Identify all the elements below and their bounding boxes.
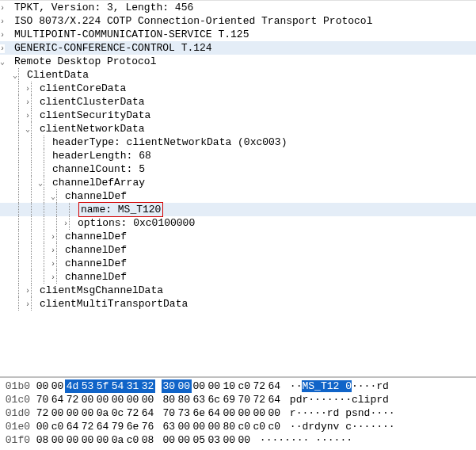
hex-byte[interactable]: 6c	[207, 393, 222, 406]
toggle-collapsed-icon[interactable]: ›	[25, 112, 30, 120]
hex-byte[interactable]: c0	[125, 433, 140, 447]
hex-ascii[interactable]: ········ ······	[252, 433, 352, 447]
hex-row[interactable]: 01c07064720000000000 8080636c69707264pdr…	[0, 393, 476, 406]
hex-row[interactable]: 01f008000000000ac008 000005030000·······…	[0, 433, 476, 447]
tree-row[interactable]: › channelDef	[0, 270, 476, 284]
hex-byte[interactable]: 00	[50, 433, 65, 447]
tree-row[interactable]: headerType: clientNetworkData (0xc003)	[0, 135, 476, 149]
toggle-collapsed-icon[interactable]: ›	[25, 300, 30, 309]
hex-byte[interactable]: 72	[252, 379, 267, 393]
hex-byte[interactable]: 00	[237, 406, 252, 420]
hex-byte[interactable]: 6e	[192, 406, 207, 420]
hex-byte[interactable]: 30	[162, 379, 177, 393]
hex-byte[interactable]: 53	[80, 379, 95, 393]
hex-byte[interactable]: 72	[65, 393, 80, 406]
hex-ascii[interactable]: ··drdynv c·······	[282, 420, 395, 433]
hex-byte[interactable]: 64	[267, 393, 282, 406]
hex-byte[interactable]: 00	[192, 379, 207, 393]
hex-byte[interactable]: 00	[110, 393, 125, 406]
hex-byte[interactable]: 0a	[95, 406, 110, 420]
hex-byte[interactable]: 00	[95, 433, 110, 447]
hex-byte[interactable]: 32	[140, 379, 155, 393]
hex-byte[interactable]: 00	[80, 433, 95, 447]
hex-byte[interactable]: 00	[35, 379, 50, 393]
hex-byte[interactable]: 72	[252, 393, 267, 406]
tree-row[interactable]: ⌄ Remote Desktop Protocol	[0, 55, 476, 68]
tree-row[interactable]: ⌄ ClientData	[0, 68, 476, 82]
hex-byte[interactable]: c0	[252, 420, 267, 433]
hex-byte[interactable]: 70	[237, 393, 252, 406]
hex-row[interactable]: 01d0720000000a0c7264 70736e6400000000r··…	[0, 406, 476, 420]
hex-byte[interactable]: 00	[207, 420, 222, 433]
tree-row[interactable]: › clientMsgChannelData	[0, 284, 476, 297]
hex-byte[interactable]: 00	[65, 406, 80, 420]
toggle-collapsed-icon[interactable]: ›	[0, 17, 5, 26]
hex-byte[interactable]: 63	[192, 393, 207, 406]
hex-byte[interactable]: 0a	[110, 433, 125, 447]
toggle-collapsed-icon[interactable]: ›	[51, 260, 55, 269]
toggle-expanded-icon[interactable]: ⌄	[51, 193, 55, 201]
tree-row[interactable]: › ISO 8073/X.224 COTP Connection-Oriente…	[0, 14, 476, 28]
hex-byte[interactable]: 64	[95, 420, 110, 433]
hex-byte[interactable]: 10	[222, 379, 237, 393]
hex-byte[interactable]: 00	[192, 420, 207, 433]
hex-byte[interactable]: 72	[80, 420, 95, 433]
hex-byte[interactable]: 64	[207, 406, 222, 420]
hex-byte[interactable]: c0	[237, 420, 252, 433]
hex-byte[interactable]: 00	[50, 406, 65, 420]
hex-byte[interactable]: 54	[110, 379, 125, 393]
toggle-expanded-icon[interactable]: ⌄	[38, 179, 43, 188]
hex-byte[interactable]: 0c	[110, 406, 125, 420]
tree-row[interactable]: headerLength: 68	[0, 149, 476, 162]
hex-ascii[interactable]: ··MS_T12 0····rd	[282, 379, 389, 393]
hex-byte[interactable]: 08	[35, 433, 50, 447]
hex-byte[interactable]: 00	[222, 433, 237, 447]
hex-ascii[interactable]: r·····rd psnd····	[282, 406, 395, 420]
tree-row[interactable]: › options: 0xc0100000	[0, 216, 476, 230]
tree-row[interactable]: ⌄ channelDef	[0, 189, 476, 203]
hex-byte[interactable]: 70	[35, 393, 50, 406]
hex-byte[interactable]: 00	[50, 379, 65, 393]
packet-tree[interactable]: › TPKT, Version: 3, Length: 456 › ISO 80…	[0, 0, 476, 377]
hex-byte[interactable]: c0	[267, 420, 282, 433]
hex-panel[interactable]: 01b000004d535f543132 3000000010c07264··M…	[0, 377, 476, 450]
tree-row-selected[interactable]: name: MS_T120	[0, 203, 476, 216]
toggle-collapsed-icon[interactable]: ›	[51, 273, 55, 282]
hex-row[interactable]: 01b000004d535f543132 3000000010c07264··M…	[0, 379, 476, 393]
toggle-collapsed-icon[interactable]: ›	[25, 287, 30, 296]
hex-byte[interactable]: 00	[125, 393, 140, 406]
hex-byte[interactable]: 00	[177, 433, 192, 447]
hex-byte[interactable]: 31	[125, 379, 140, 393]
hex-byte[interactable]: 00	[237, 433, 252, 447]
hex-byte[interactable]: 03	[207, 433, 222, 447]
hex-byte[interactable]: 00	[177, 379, 192, 393]
tree-row[interactable]: › clientCoreData	[0, 82, 476, 95]
hex-byte[interactable]: 00	[207, 379, 222, 393]
hex-byte[interactable]: 72	[35, 406, 50, 420]
hex-byte[interactable]: 80	[162, 393, 177, 406]
tree-row[interactable]: › MULTIPOINT-COMMUNICATION-SERVICE T.125	[0, 28, 476, 41]
hex-byte[interactable]: 72	[125, 406, 140, 420]
hex-byte[interactable]: 64	[65, 420, 80, 433]
hex-byte[interactable]: 00	[35, 420, 50, 433]
toggle-expanded-icon[interactable]: ⌄	[13, 71, 17, 80]
hex-byte[interactable]: 00	[267, 406, 282, 420]
toggle-collapsed-icon[interactable]: ›	[0, 4, 5, 13]
tree-row[interactable]: › GENERIC-CONFERENCE-CONTROL T.124	[0, 41, 476, 55]
hex-byte[interactable]: 00	[65, 433, 80, 447]
hex-byte[interactable]: 00	[140, 393, 155, 406]
hex-byte[interactable]: 00	[80, 406, 95, 420]
toggle-collapsed-icon[interactable]: ›	[63, 219, 68, 228]
hex-byte[interactable]: 80	[177, 393, 192, 406]
hex-byte[interactable]: 79	[110, 420, 125, 433]
tree-row[interactable]: › clientMultiTransportData	[0, 297, 476, 311]
hex-byte[interactable]: 76	[140, 420, 155, 433]
tree-row[interactable]: › TPKT, Version: 3, Length: 456	[0, 1, 476, 14]
hex-byte[interactable]: 05	[192, 433, 207, 447]
toggle-collapsed-icon[interactable]: ›	[51, 246, 55, 255]
tree-row[interactable]: › channelDef	[0, 243, 476, 257]
hex-byte[interactable]: 70	[162, 406, 177, 420]
hex-byte[interactable]: 80	[222, 420, 237, 433]
hex-byte[interactable]: 73	[177, 406, 192, 420]
hex-byte[interactable]: c0	[50, 420, 65, 433]
